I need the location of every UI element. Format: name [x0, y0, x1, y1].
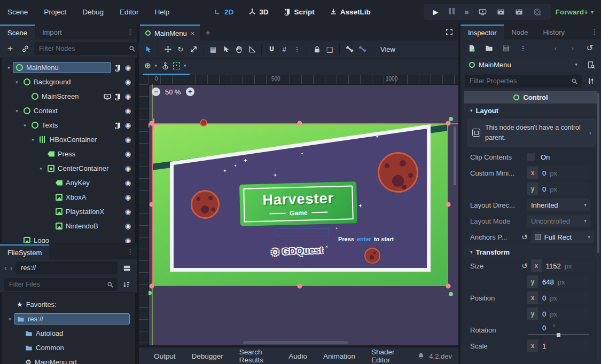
- pan-tool-button[interactable]: [233, 44, 245, 56]
- visibility-toggle[interactable]: ◉: [125, 193, 131, 201]
- scene-node-mainscreen[interactable]: MainScreen◉: [2, 89, 135, 104]
- bottom-panel-audio[interactable]: Audio: [288, 352, 307, 360]
- fs-item-favorites-[interactable]: ★Favorites:: [2, 297, 135, 312]
- new-scene-tab-button[interactable]: +: [205, 28, 210, 38]
- checkbox[interactable]: [527, 153, 535, 161]
- section-layout[interactable]: ▾ Layout: [464, 105, 598, 116]
- scene-node-playstationx[interactable]: PlaystationX◉: [2, 204, 135, 219]
- layout-direc--dropdown[interactable]: Inherited▾: [527, 199, 590, 211]
- skeleton-tool-button[interactable]: [344, 44, 355, 56]
- menu-editor[interactable]: Editor: [120, 8, 138, 16]
- visibility-toggle[interactable]: ◉: [125, 208, 131, 216]
- zoom-level[interactable]: 50 %: [165, 88, 181, 96]
- workspace-2d[interactable]: 2D: [214, 8, 233, 16]
- scene-dock-menu[interactable]: ⋮: [127, 28, 134, 36]
- bottom-panel-shader-editor[interactable]: Shader Editor: [371, 348, 401, 364]
- visibility-toggle[interactable]: ◉: [125, 121, 131, 129]
- anchor-icon[interactable]: [161, 60, 169, 72]
- selection-handle[interactable]: [298, 284, 302, 289]
- scene-node-anykey[interactable]: AnyKey◉: [2, 176, 135, 190]
- scene-node-xboxa[interactable]: XboxA◉: [2, 190, 135, 204]
- filesystem-tab-filesystem[interactable]: FileSystem: [0, 244, 49, 259]
- snap-cursor-tool-button[interactable]: [220, 44, 232, 56]
- movie-maker-button[interactable]: [533, 8, 541, 16]
- scene-node-texts[interactable]: ▾Texts◉: [2, 118, 135, 132]
- filesystem-dock-menu[interactable]: ⋮: [127, 248, 134, 256]
- chevron-down-icon[interactable]: ▾: [184, 63, 186, 68]
- visibility-toggle[interactable]: ◉: [125, 64, 131, 72]
- visibility-toggle[interactable]: ◉: [125, 164, 131, 172]
- play-button[interactable]: ▶: [433, 9, 439, 15]
- open-docs-icon[interactable]: [585, 59, 597, 70]
- split-view-button[interactable]: [121, 262, 132, 274]
- instance-scene-button[interactable]: [19, 43, 31, 54]
- pause-button[interactable]: [449, 8, 455, 15]
- size-x-field[interactable]: x1152px: [531, 259, 594, 272]
- list-select-tool-button[interactable]: ▤: [207, 44, 219, 56]
- history-forward-icon[interactable]: ›: [567, 42, 579, 54]
- game-scene-preview[interactable]: Harvester Game Press enter to start: [152, 123, 448, 286]
- scale-tool-button[interactable]: [188, 44, 199, 56]
- inspector-scrollbar-thumb[interactable]: [597, 93, 599, 253]
- workspace-assetlib[interactable]: AssetLib: [330, 8, 371, 16]
- close-icon[interactable]: ×: [191, 29, 195, 37]
- container-sizing-icon[interactable]: [173, 62, 180, 69]
- skeleton-options-tool-button[interactable]: [356, 44, 368, 56]
- layout-mode-dropdown[interactable]: Uncontrolled▾: [527, 215, 590, 227]
- scene-node-press[interactable]: Press◉: [2, 147, 135, 161]
- section-transform[interactable]: ▾ Transform: [464, 246, 598, 258]
- menu-debug[interactable]: Debug: [82, 8, 104, 16]
- selection-handle[interactable]: [298, 121, 302, 126]
- revert-icon[interactable]: ↺: [521, 262, 528, 270]
- smart-snap-tool-button[interactable]: [266, 44, 277, 56]
- load-resource-icon[interactable]: [483, 42, 495, 54]
- resource-menu-icon[interactable]: ⋮: [517, 42, 529, 54]
- scene-node-hboxcontainer[interactable]: ▾HBoxContainer◉: [2, 132, 135, 147]
- selection-handle[interactable]: [150, 284, 154, 289]
- position-y-field[interactable]: y0px: [527, 307, 590, 320]
- scene-tab-mainmenu[interactable]: MainMenu ×: [140, 25, 200, 41]
- inspector-tab-history[interactable]: History: [536, 25, 572, 39]
- play-scene-button[interactable]: [497, 8, 505, 16]
- fs-item-res-[interactable]: ▾res://: [2, 312, 135, 326]
- zoom-in-button[interactable]: +: [186, 88, 194, 96]
- 2d-canvas[interactable]: 05001000 − 50 % +: [139, 75, 458, 345]
- workspace-3d[interactable]: 3D: [248, 8, 268, 16]
- grid-snap-tool-button[interactable]: #: [278, 44, 290, 56]
- ruler-tool-button[interactable]: [246, 44, 257, 56]
- fs-item-mainmenu-gd[interactable]: ⚙MainMenu.gd: [2, 355, 135, 364]
- visibility-toggle[interactable]: ◉: [125, 150, 131, 158]
- visibility-toggle[interactable]: ◉: [125, 236, 131, 243]
- visibility-toggle[interactable]: ◉: [125, 179, 131, 187]
- custom-mini--x-field[interactable]: x0px: [527, 167, 590, 179]
- bottom-panel-animation[interactable]: Animation: [323, 352, 355, 360]
- inspector-tab-node[interactable]: Node: [504, 25, 535, 39]
- remote-debug-button[interactable]: [479, 8, 487, 16]
- canvas-hscrollbar[interactable]: [243, 341, 348, 344]
- menu-help[interactable]: Help: [154, 8, 169, 16]
- bottom-panel-output[interactable]: Output: [154, 352, 176, 360]
- canvas-vscrollbar[interactable]: [454, 126, 456, 185]
- workspace-script[interactable]: Script: [284, 8, 315, 16]
- scene-node-centercontainer[interactable]: ▾CenterContainer◉: [2, 161, 135, 176]
- anchor-preset-icon[interactable]: ⊕: [144, 61, 151, 70]
- scene-node-logo[interactable]: Logo◉: [2, 233, 135, 243]
- history-back-icon[interactable]: ‹: [550, 42, 561, 54]
- visibility-toggle[interactable]: ◉: [125, 78, 131, 86]
- position-x-field[interactable]: x0px: [527, 291, 590, 304]
- fs-item-common[interactable]: Common: [2, 341, 135, 355]
- canvas-content[interactable]: − 50 % +: [149, 84, 458, 345]
- chevron-down-icon[interactable]: ▾: [155, 63, 158, 68]
- selection-handle[interactable]: [446, 284, 451, 289]
- selection-handle[interactable]: [446, 121, 451, 126]
- play-custom-button[interactable]: [515, 8, 523, 16]
- filter-files-input[interactable]: [4, 278, 118, 291]
- group-tool-button[interactable]: ❏: [324, 44, 335, 56]
- scene-node-context[interactable]: ▾Context◉: [2, 104, 135, 118]
- rotation-slider[interactable]: 0°: [527, 323, 590, 337]
- rotate-tool-button[interactable]: ↻: [175, 44, 186, 56]
- add-node-button[interactable]: +: [4, 43, 16, 54]
- visibility-toggle[interactable]: ◉: [125, 222, 131, 230]
- menu-tool-button[interactable]: ⋮: [291, 44, 303, 56]
- expand-viewport-icon[interactable]: [446, 28, 453, 36]
